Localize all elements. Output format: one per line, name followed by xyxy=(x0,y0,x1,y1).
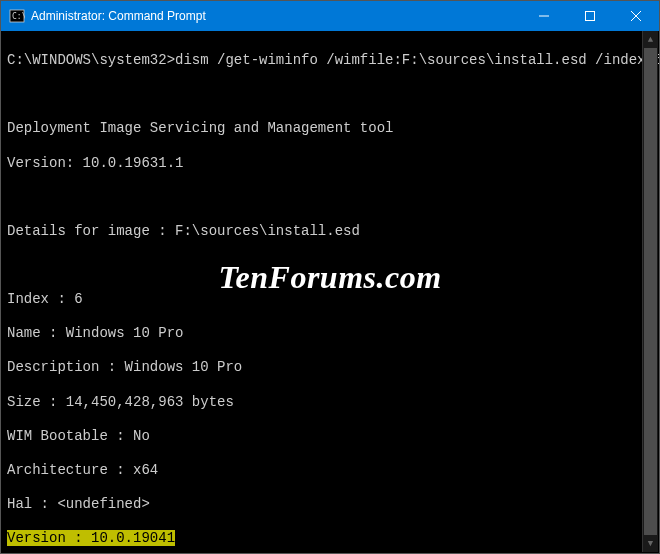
output-line: Architecture : x64 xyxy=(7,462,653,479)
window-controls xyxy=(521,1,659,31)
close-button[interactable] xyxy=(613,1,659,31)
output-highlight: Version : 10.0.19041 xyxy=(7,530,175,546)
output-line: Version: 10.0.19631.1 xyxy=(7,155,653,172)
scroll-down-arrow[interactable]: ▼ xyxy=(643,535,658,552)
output-line: Name : Windows 10 Pro xyxy=(7,325,653,342)
scroll-up-arrow[interactable]: ▲ xyxy=(643,31,658,48)
output-line: Deployment Image Servicing and Managemen… xyxy=(7,120,653,137)
command-text: dism /get-wiminfo /wimfile:F:\sources\in… xyxy=(175,52,659,68)
output-line: Hal : <undefined> xyxy=(7,496,653,513)
output-line: WIM Bootable : No xyxy=(7,428,653,445)
titlebar[interactable]: C:\ Administrator: Command Prompt xyxy=(1,1,659,31)
cmd-icon: C:\ xyxy=(9,8,25,24)
output-line: Description : Windows 10 Pro xyxy=(7,359,653,376)
terminal-output[interactable]: C:\WINDOWS\system32>dism /get-wiminfo /w… xyxy=(1,31,659,554)
window-title: Administrator: Command Prompt xyxy=(31,9,521,23)
output-line: Size : 14,450,428,963 bytes xyxy=(7,394,653,411)
maximize-button[interactable] xyxy=(567,1,613,31)
output-line: Details for image : F:\sources\install.e… xyxy=(7,223,653,240)
svg-text:C:\: C:\ xyxy=(12,12,25,21)
minimize-button[interactable] xyxy=(521,1,567,31)
vertical-scrollbar[interactable]: ▲ ▼ xyxy=(642,31,658,552)
prompt: C:\WINDOWS\system32> xyxy=(7,52,175,68)
svg-rect-3 xyxy=(586,12,595,21)
scroll-thumb[interactable] xyxy=(644,48,657,535)
output-line: Index : 6 xyxy=(7,291,653,308)
